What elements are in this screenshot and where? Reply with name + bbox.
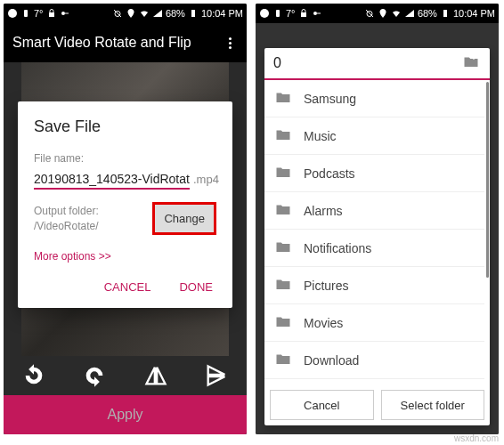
svg-rect-9 (301, 12, 306, 17)
cancel-button[interactable]: CANCEL (101, 275, 155, 299)
folder-label: Pictures (304, 279, 349, 293)
toolbar (4, 356, 247, 395)
svg-rect-2 (49, 12, 54, 17)
picker-title: 0 (273, 55, 281, 71)
folder-row[interactable]: Movies (264, 304, 484, 342)
filename-input[interactable] (34, 170, 190, 190)
status-bar: 7° 68% 10:04 PM (4, 4, 247, 23)
signal-icon (404, 8, 415, 19)
svg-point-0 (8, 9, 17, 18)
svg-rect-4 (65, 13, 69, 14)
app-bar: Smart Video Rotate and Flip (4, 23, 247, 62)
status-battery: 68% (418, 8, 437, 19)
lock-icon (46, 8, 57, 19)
folder-label: Samsung (304, 92, 356, 106)
svg-rect-1 (24, 10, 28, 17)
battery-icon (188, 8, 199, 19)
apply-button[interactable]: Apply (4, 395, 247, 434)
picker-select-button[interactable]: Select folder (381, 390, 485, 420)
folder-label: Movies (304, 316, 343, 330)
folder-list[interactable]: SamsungMusicPodcastsAlarmsNotificationsP… (264, 80, 490, 384)
scrollbar[interactable] (486, 82, 489, 278)
wifi-icon (391, 8, 402, 19)
spotify-icon (7, 8, 18, 19)
key-icon (60, 8, 70, 19)
location-icon (378, 8, 388, 19)
folder-icon (273, 239, 293, 258)
wifi-icon (139, 8, 150, 19)
folder-label: Notifications (304, 241, 371, 255)
folder-icon (273, 201, 293, 221)
folder-row[interactable]: Samsung (264, 80, 484, 117)
folder-icon (273, 276, 293, 295)
save-file-dialog: Save File File name: .mp4 Output folder:… (18, 101, 232, 308)
svg-rect-8 (276, 10, 280, 17)
location-icon (126, 8, 136, 19)
svg-rect-13 (443, 10, 447, 17)
filename-extension: .mp4 (193, 173, 219, 186)
alarm-off-icon (112, 8, 123, 19)
svg-rect-6 (191, 10, 195, 17)
more-options-link[interactable]: More options >> (34, 250, 111, 263)
status-temp: 7° (34, 8, 44, 19)
svg-rect-11 (317, 13, 321, 14)
folder-icon (273, 351, 293, 370)
main-content: 0 SamsungMusicPodcastsAlarmsNotification… (256, 23, 499, 434)
svg-point-10 (313, 12, 317, 15)
folder-icon (273, 313, 293, 333)
battery-icon (440, 8, 451, 19)
rotate-cw-button[interactable] (75, 356, 114, 395)
output-folder-text: Output folder: /VideoRotate/ (34, 204, 99, 234)
folder-icon (273, 164, 293, 183)
temp-icon (20, 8, 31, 19)
svg-point-7 (260, 9, 269, 18)
status-time: 10:04 PM (201, 8, 243, 19)
folder-row[interactable]: DCIM (264, 379, 484, 384)
watermark: wsxdn.com (454, 433, 499, 443)
lock-icon (298, 8, 309, 19)
folder-row[interactable]: Notifications (264, 230, 484, 267)
key-icon (312, 8, 322, 19)
flip-horizontal-button[interactable] (136, 356, 175, 395)
status-time: 10:04 PM (453, 8, 495, 19)
done-button[interactable]: DONE (175, 275, 216, 299)
flip-vertical-button[interactable] (197, 356, 236, 395)
folder-row[interactable]: Download (264, 342, 484, 379)
picker-header: 0 (264, 48, 490, 80)
folder-label: Alarms (304, 204, 343, 218)
status-bar: 7° 68% 10:04 PM (256, 4, 499, 23)
folder-picker: 0 SamsungMusicPodcastsAlarmsNotification… (264, 48, 490, 425)
new-folder-icon[interactable] (461, 53, 481, 73)
status-temp: 7° (286, 8, 296, 19)
rotate-ccw-button[interactable] (14, 356, 53, 395)
svg-rect-15 (472, 57, 476, 59)
folder-row[interactable]: Pictures (264, 267, 484, 304)
phone-right: 7° 68% 10:04 PM 0 Samsung (256, 4, 499, 434)
output-folder-label: Output folder: (34, 204, 99, 219)
svg-point-3 (61, 12, 65, 15)
picker-cancel-button[interactable]: Cancel (270, 390, 374, 420)
status-battery: 68% (166, 8, 185, 19)
output-folder-path: /VideoRotate/ (34, 219, 99, 234)
signal-icon (152, 8, 163, 19)
folder-label: Podcasts (304, 166, 355, 181)
folder-icon (273, 89, 293, 109)
overflow-menu-icon[interactable] (222, 37, 238, 49)
change-button[interactable]: Change (152, 202, 216, 235)
folder-label: Download (304, 353, 359, 368)
dialog-title: Save File (34, 117, 216, 136)
folder-icon (273, 126, 293, 146)
alarm-off-icon (364, 8, 375, 19)
folder-row[interactable]: Alarms (264, 192, 484, 230)
phone-left: 7° 68% 10:04 PM Smart Video Rotate and F… (4, 4, 247, 434)
folder-label: Music (304, 129, 337, 143)
folder-row[interactable]: Podcasts (264, 155, 484, 192)
app-title: Smart Video Rotate and Flip (12, 35, 191, 51)
folder-row[interactable]: Music (264, 117, 484, 155)
spotify-icon (259, 8, 270, 19)
temp-icon (272, 8, 283, 19)
filename-label: File name: (34, 152, 216, 165)
